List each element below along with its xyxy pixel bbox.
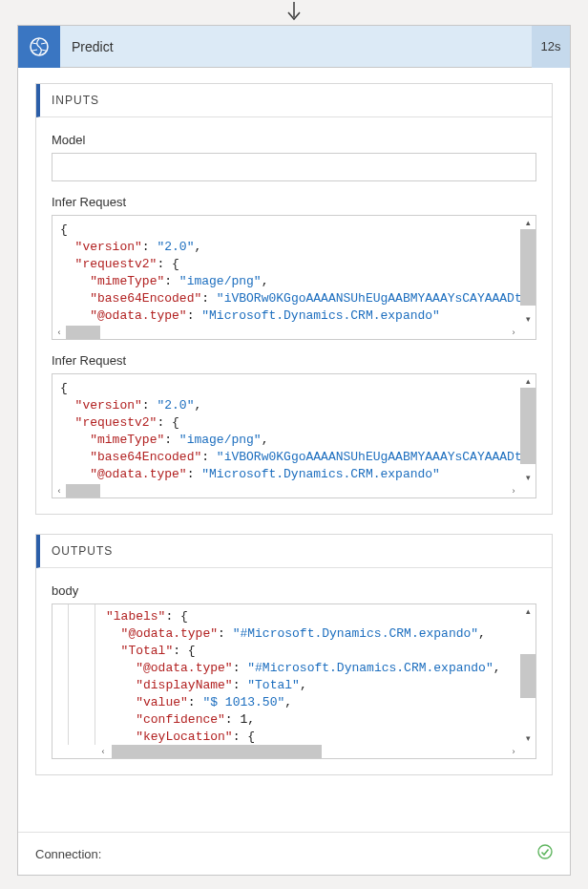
flow-arrow <box>0 0 588 25</box>
inputs-header: INPUTS <box>36 84 552 117</box>
scroll-down-icon[interactable]: ▾ <box>520 312 536 326</box>
infer-request-1-label: Infer Request <box>52 195 536 209</box>
outputs-section: OUTPUTS body "labels": { "@odata.type": … <box>35 534 553 775</box>
connection-label: Connection: <box>35 847 101 861</box>
scroll-down-icon[interactable]: ▾ <box>520 471 536 484</box>
model-label: Model <box>52 133 536 147</box>
success-icon <box>537 844 553 863</box>
action-card: Predict 12s INPUTS Model Infer Request {… <box>17 25 571 876</box>
scroll-left-icon[interactable]: ‹ <box>52 484 66 497</box>
scroll-right-icon[interactable]: › <box>507 745 520 758</box>
infer-request-2-code[interactable]: { "version": "2.0", "requestv2": { "mime… <box>52 373 536 498</box>
hscroll-thumb[interactable] <box>66 484 100 497</box>
code-content: "labels": { "@odata.type": "#Microsoft.D… <box>52 604 536 746</box>
scroll-up-icon[interactable]: ▴ <box>520 374 536 388</box>
vscroll-thumb[interactable] <box>520 229 536 306</box>
body-output-code[interactable]: "labels": { "@odata.type": "#Microsoft.D… <box>52 603 536 759</box>
hscroll-thumb[interactable] <box>66 326 100 339</box>
card-footer: Connection: <box>18 832 570 875</box>
hscroll-thumb[interactable] <box>112 745 322 758</box>
infer-request-2-label: Infer Request <box>52 353 536 368</box>
body-label: body <box>52 583 536 598</box>
scroll-right-icon[interactable]: › <box>507 484 520 497</box>
model-input[interactable] <box>52 153 536 181</box>
code-content: { "version": "2.0", "requestv2": { "mime… <box>52 374 536 498</box>
outputs-header: OUTPUTS <box>36 535 552 568</box>
infer-request-1-code[interactable]: { "version": "2.0", "requestv2": { "mime… <box>52 215 536 340</box>
scroll-up-icon[interactable]: ▴ <box>520 604 536 618</box>
brain-icon <box>18 26 60 68</box>
scroll-right-icon[interactable]: › <box>507 326 520 339</box>
duration-badge: 12s <box>532 26 570 68</box>
action-header[interactable]: Predict 12s <box>18 26 570 68</box>
scroll-left-icon[interactable]: ‹ <box>52 326 66 339</box>
scroll-up-icon[interactable]: ▴ <box>520 216 536 229</box>
svg-line-4 <box>41 43 46 44</box>
inputs-section: INPUTS Model Infer Request { "version": … <box>35 83 553 515</box>
scroll-left-icon[interactable]: ‹ <box>96 745 110 758</box>
svg-point-6 <box>538 845 552 858</box>
scroll-down-icon[interactable]: ▾ <box>520 731 536 745</box>
action-title: Predict <box>60 39 532 54</box>
code-content: { "version": "2.0", "requestv2": { "mime… <box>52 216 536 340</box>
vscroll-thumb[interactable] <box>520 654 536 698</box>
svg-line-3 <box>32 50 37 51</box>
vscroll-thumb[interactable] <box>520 388 536 464</box>
